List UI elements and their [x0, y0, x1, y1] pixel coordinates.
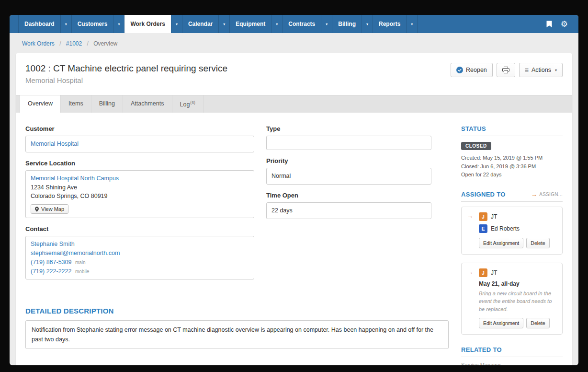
nav-item-customers: Customers ▾ — [72, 15, 125, 33]
nav-item-customers-label[interactable]: Customers — [72, 15, 113, 33]
chevron-down-icon[interactable]: ▾ — [321, 15, 332, 33]
nav-item-equipment-label[interactable]: Equipment — [230, 15, 271, 33]
customer-subtitle: Memorial Hospital — [25, 76, 563, 84]
tab-log[interactable]: Log(6) — [172, 95, 204, 113]
service-location-field: Service Location Memorial Hospital North… — [25, 160, 254, 219]
assignment-card-1: → J JT E Ed Roberts Edit Assignm — [461, 207, 563, 255]
contact-phone-main-link[interactable]: (719) 867-5309 — [31, 259, 71, 266]
assigned-to-header: ASSIGNED TO → ASSIGN... — [461, 191, 563, 198]
chevron-down-icon[interactable]: ▾ — [113, 15, 124, 33]
contact-box: Stephanie Smith stephsemail@memorialnort… — [25, 236, 254, 279]
assign-link-label: ASSIGN... — [539, 192, 563, 197]
chevron-down-icon[interactable]: ▾ — [218, 15, 229, 33]
delete-assignment-button[interactable]: Delete — [526, 238, 549, 248]
chevron-down-icon[interactable]: ▾ — [406, 15, 417, 33]
assignee-jt: J JT — [479, 268, 556, 277]
assignee-jt: J JT — [479, 212, 556, 221]
service-manager-label: Service Manager — [461, 362, 563, 365]
customer-value-box: Memorial Hospital — [25, 136, 254, 152]
arrow-right-icon: → — [531, 191, 537, 198]
nav-item-work-orders: Work Orders ▾ — [124, 15, 182, 33]
nav-item-calendar-label[interactable]: Calendar — [182, 15, 218, 33]
related-to-section: RELATED TO Service Manager None Account … — [461, 346, 563, 365]
tab-log-label: Log — [180, 101, 190, 108]
contact-name-link[interactable]: Stephanie Smith — [31, 241, 75, 247]
app-window: Dashboard ▾ Customers ▾ Work Orders ▾ Ca… — [10, 15, 578, 365]
customer-link[interactable]: Memorial Hospital — [31, 140, 79, 147]
avatar: J — [479, 268, 487, 277]
overview-content: Customer Memorial Hospital Service Locat… — [16, 113, 572, 365]
service-location-link[interactable]: Memorial Hospital North Campus — [31, 175, 119, 182]
bookmark-icon[interactable] — [546, 21, 552, 28]
print-button[interactable] — [497, 63, 515, 77]
divider — [461, 357, 563, 357]
breadcrumb-separator: / — [59, 40, 61, 47]
status-closed: Closed: Jun 6, 2019 @ 3:36 PM — [461, 163, 563, 171]
assignment-card-2: → J JT May 21, all-day Bring a new circu… — [461, 263, 563, 335]
nav-item-calendar: Calendar ▾ — [182, 15, 230, 33]
phone-type-mobile-label: mobile — [75, 269, 89, 274]
nav-item-billing: Billing ▾ — [332, 15, 373, 33]
avatar: J — [479, 212, 487, 221]
type-field: Type — [266, 125, 431, 150]
assignment-note: Bring a new circuit board in the event t… — [479, 290, 556, 314]
type-value-box — [266, 136, 431, 150]
main-panel: Customer Memorial Hospital Service Locat… — [25, 125, 461, 365]
work-order-card: 1002 : CT Machine electric panel requiri… — [16, 53, 572, 365]
gear-icon[interactable]: ⚙ — [561, 20, 568, 28]
view-map-label: View Map — [41, 206, 64, 212]
status-badge: CLOSED — [461, 142, 491, 150]
contact-phone-mobile-link[interactable]: (719) 222-2222 — [31, 268, 71, 275]
service-location-address1: 1234 Shining Ave — [31, 183, 249, 192]
nav-item-contracts-label[interactable]: Contracts — [283, 15, 321, 33]
detailed-description-text: Notification from Stephanie stating erro… — [25, 320, 449, 349]
tab-overview[interactable]: Overview — [20, 95, 61, 113]
tab-log-count: (6) — [190, 100, 195, 105]
chevron-down-icon[interactable]: ▾ — [271, 15, 282, 33]
status-open-for: Open for 22 days — [461, 171, 563, 179]
nav-item-reports-label[interactable]: Reports — [373, 15, 406, 33]
assignment-1-buttons: Edit Assignment Delete — [479, 238, 556, 248]
breadcrumb-work-orders-link[interactable]: Work Orders — [22, 40, 55, 47]
breadcrumb-wo-number-link[interactable]: #1002 — [66, 40, 82, 47]
chevron-down-icon[interactable]: ▾ — [362, 15, 373, 33]
tab-billing[interactable]: Billing — [91, 95, 123, 113]
nav-item-work-orders-label[interactable]: Work Orders — [124, 15, 170, 33]
service-location-label: Service Location — [25, 160, 254, 167]
service-location-address2: Colorado Springs, CO 80919 — [31, 192, 249, 201]
avatar: E — [479, 224, 487, 233]
right-sidebar: STATUS CLOSED Created: May 15, 2019 @ 1:… — [461, 125, 563, 365]
priority-field: Priority Normal — [266, 157, 431, 185]
assignment-1-body: J JT E Ed Roberts Edit Assignment Delete — [479, 212, 556, 248]
nav-item-billing-label[interactable]: Billing — [332, 15, 362, 33]
nav-item-contracts: Contracts ▾ — [283, 15, 332, 33]
delete-assignment-button[interactable]: Delete — [526, 318, 549, 328]
menu-icon: ≡ — [525, 66, 529, 74]
edit-assignment-button[interactable]: Edit Assignment — [479, 238, 523, 248]
contact-email-link[interactable]: stephsemail@memorialnorth.com — [31, 250, 120, 256]
nav-item-dashboard-label[interactable]: Dashboard — [19, 15, 60, 33]
assignment-date: May 21, all-day — [479, 280, 556, 287]
view-map-button[interactable]: View Map — [31, 204, 68, 214]
status-section: STATUS CLOSED Created: May 15, 2019 @ 1:… — [461, 125, 563, 179]
assign-link[interactable]: → ASSIGN... — [531, 191, 563, 198]
actions-button[interactable]: ≡ Actions ▾ — [519, 63, 563, 77]
assignee-name: JT — [491, 213, 497, 220]
chevron-down-icon[interactable]: ▾ — [60, 15, 71, 33]
tab-items[interactable]: Items — [61, 95, 91, 113]
chevron-down-icon[interactable]: ▾ — [171, 15, 182, 33]
customer-field: Customer Memorial Hospital — [25, 125, 254, 152]
contact-label: Contact — [25, 225, 254, 232]
time-open-label: Time Open — [266, 192, 431, 199]
work-order-header: 1002 : CT Machine electric panel requiri… — [16, 53, 572, 91]
actions-button-label: Actions — [531, 67, 551, 73]
breadcrumb-current: Overview — [93, 40, 117, 47]
top-navbar: Dashboard ▾ Customers ▾ Work Orders ▾ Ca… — [10, 15, 578, 33]
tab-attachments[interactable]: Attachments — [123, 95, 172, 113]
contact-field: Contact Stephanie Smith stephsemail@memo… — [25, 225, 254, 279]
nav-item-equipment: Equipment ▾ — [230, 15, 283, 33]
reopen-button[interactable]: Reopen — [451, 63, 493, 77]
edit-assignment-button[interactable]: Edit Assignment — [479, 318, 523, 328]
header-buttons: Reopen ≡ Actions ▾ — [451, 63, 563, 77]
assigned-to-section: ASSIGNED TO → ASSIGN... → J JT — [461, 191, 563, 335]
